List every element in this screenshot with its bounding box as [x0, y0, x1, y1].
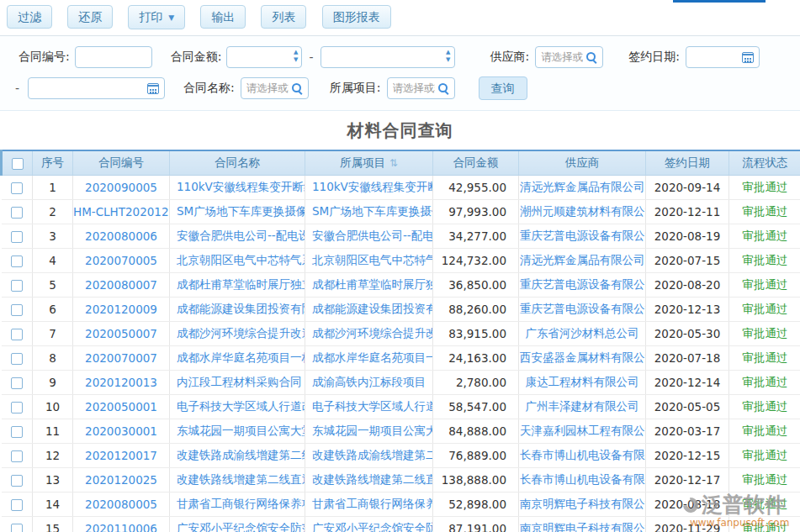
filter-button[interactable]: 过滤 [7, 5, 52, 29]
project-input[interactable] [393, 82, 435, 94]
table-row: 72020050007成都沙河环境综合提升改造成都沙河环境综合提升改造83,91… [2, 321, 800, 345]
supplier-name: 天津嘉利园林工程有限公司 [519, 419, 646, 443]
contract-id-link[interactable]: 2020080007 [85, 278, 157, 292]
table-row: 42020070005北京朝阳区电气中芯特气系统北京朝阳区电气中芯特气系统124… [2, 248, 800, 272]
row-checkbox[interactable] [11, 255, 23, 267]
list-view-button[interactable]: 列表 [261, 5, 306, 29]
col-contract-name[interactable]: 合同名称 [170, 150, 305, 175]
graph-report-button[interactable]: 图形报表 [322, 5, 391, 29]
sign-date-from-input[interactable] [691, 51, 739, 63]
sign-date: 2020-03-17 [646, 419, 729, 443]
col-flow-status[interactable]: 流程状态 [729, 150, 800, 175]
print-button[interactable]: 打印▼ [128, 5, 185, 29]
contract-no-input[interactable] [75, 46, 152, 68]
row-checkbox[interactable] [11, 329, 23, 340]
contract-name-input[interactable] [246, 82, 289, 94]
page-title: 材料合同查询 [347, 120, 453, 140]
contract-id-link[interactable]: 2020070007 [85, 351, 157, 365]
project-name: 电子科技大学区域人行道改造 [305, 394, 433, 419]
col-supplier[interactable]: 供应商 [519, 150, 646, 175]
row-checkbox[interactable] [11, 450, 23, 462]
contract-name: 改建铁路成渝线增建第二线 [170, 443, 305, 467]
project-name: 110kV安徽线程集变开断线 [305, 175, 433, 199]
row-checkbox[interactable] [11, 280, 23, 292]
select-all-checkbox[interactable] [12, 158, 24, 170]
contracts-table-body: 12020090005110kV安徽线程集变开断线110kV安徽线程集变开断线4… [2, 175, 800, 532]
row-checkbox[interactable] [11, 304, 23, 316]
row-seq: 7 [33, 321, 73, 345]
supplier-search-icon[interactable] [585, 51, 598, 64]
row-checkbox[interactable] [11, 207, 23, 219]
sign-date: 2020-08-18 [646, 492, 729, 516]
project-search-icon[interactable] [437, 82, 450, 95]
row-checkbox[interactable] [11, 499, 23, 511]
contract-id-link[interactable]: 2020120025 [85, 473, 157, 487]
flow-status: 审批通过 [729, 199, 800, 224]
contract-id-link[interactable]: HM-CLHT2020121 [73, 205, 170, 219]
contract-amount: 42,955.00 [433, 175, 519, 199]
contract-id-link[interactable]: 2020050001 [85, 400, 157, 413]
contract-id-link[interactable]: 2020070005 [85, 254, 157, 267]
row-seq: 12 [33, 443, 73, 467]
col-sign-date[interactable]: 签约日期 [646, 150, 729, 175]
reset-button[interactable]: 还原 [67, 5, 113, 29]
contract-id-link[interactable]: 2020080006 [85, 229, 157, 243]
contract-amount: 88,260.00 [433, 297, 519, 321]
contract-name: 北京朝阳区电气中芯特气系统 [170, 248, 305, 272]
contract-name: 成都杜甫草堂临时展厅独立项目 [170, 272, 305, 297]
supplier-name: 清远光辉金属品有限公司 [519, 248, 646, 272]
sign-date: 2020-08-19 [646, 224, 729, 248]
contract-amount: 87,191.00 [433, 516, 519, 532]
row-seq: 5 [33, 272, 73, 297]
contract-id-link[interactable]: 2020120013 [85, 376, 157, 389]
project-name: SM广场地下车库更换摄像头 [305, 199, 433, 224]
sign-date: 2020-05-30 [646, 321, 729, 345]
contract-id-link[interactable]: 2020120017 [85, 449, 157, 462]
query-button[interactable]: 查询 [479, 76, 527, 100]
sign-date: 2020-11-29 [646, 516, 729, 532]
amount-from-stepper[interactable]: ▲▼ [294, 49, 298, 64]
row-checkbox[interactable] [11, 426, 23, 438]
sort-icon[interactable]: ⇅ [389, 157, 398, 169]
project-name: 广安邓小平纪念馆安全防范 [305, 516, 433, 532]
row-checkbox[interactable] [11, 475, 23, 487]
project-combo [387, 77, 455, 99]
contract-id-link[interactable]: 2020050007 [85, 327, 157, 340]
col-seq[interactable]: 序号 [33, 150, 73, 175]
project-name: 改建铁路成渝线增建第二线 [305, 443, 433, 467]
flow-status: 审批通过 [729, 492, 800, 516]
sign-date: 2020-12-14 [646, 370, 729, 394]
col-amount[interactable]: 合同金额 [433, 150, 519, 175]
contract-name: 改建铁路线增建第二线直通 [170, 467, 305, 492]
col-project[interactable]: 所属项目⇅ [305, 150, 433, 175]
row-checkbox[interactable] [11, 231, 23, 243]
sign-date: 2020-12-11 [646, 199, 729, 224]
amount-to-input[interactable] [321, 46, 455, 68]
contract-id-link[interactable]: 2020090005 [85, 181, 157, 194]
amount-from-input[interactable] [226, 46, 302, 68]
col-contract-id[interactable]: 合同编号 [73, 150, 170, 175]
contract-id-link[interactable]: 2020110006 [85, 522, 157, 532]
supplier-combo [535, 46, 603, 68]
export-button[interactable]: 输出 [200, 5, 246, 29]
row-checkbox[interactable] [11, 182, 23, 194]
row-checkbox[interactable] [11, 524, 23, 532]
table-row: 52020080007成都杜甫草堂临时展厅独立项目成都杜甫草堂临时展厅独立项目3… [2, 272, 800, 297]
row-checkbox[interactable] [11, 353, 23, 365]
contract-id-link[interactable]: 2020030001 [85, 424, 157, 438]
row-checkbox[interactable] [11, 402, 23, 413]
contract-id-link[interactable]: 2020120009 [85, 303, 157, 316]
row-checkbox[interactable] [11, 377, 23, 389]
amount-to-stepper[interactable]: ▲▼ [446, 49, 450, 64]
contract-name: 成都沙河环境综合提升改造 [170, 321, 305, 345]
sign-date: 2020-05-05 [646, 394, 729, 419]
contract-amount: 83,915.00 [433, 321, 519, 345]
supplier-input[interactable] [541, 51, 583, 63]
contract-name-search-icon[interactable] [291, 82, 304, 95]
contract-name: 成都水岸华庭名苑项目一标 [170, 345, 305, 370]
contract-no-label: 合同编号: [19, 50, 70, 65]
sign-date-to-input[interactable] [34, 82, 144, 94]
calendar-icon[interactable] [147, 83, 159, 94]
calendar-icon[interactable] [742, 52, 754, 63]
contract-id-link[interactable]: 2020080005 [85, 498, 157, 511]
